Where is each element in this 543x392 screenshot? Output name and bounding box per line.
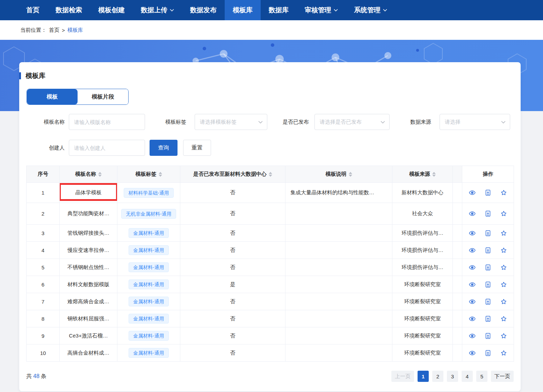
favorite-icon[interactable] xyxy=(500,281,507,288)
filler-cell xyxy=(453,327,462,344)
description-cell xyxy=(285,259,392,276)
breadcrumb-home-link[interactable]: 首页 xyxy=(49,27,59,34)
template-tag-cell: 金属材料-通用 xyxy=(117,327,180,344)
row-actions xyxy=(462,225,514,242)
tab-template[interactable]: 模板 xyxy=(27,89,78,104)
download-icon[interactable] xyxy=(485,281,491,288)
nav-item[interactable]: 数据检索 xyxy=(48,0,90,20)
published-cell: 否 xyxy=(180,310,285,327)
column-header[interactable]: 模板名称 xyxy=(60,166,117,183)
favorite-icon[interactable] xyxy=(500,315,507,322)
table-row: 3 管线钢焊接接头… 金属材料-通用 否 环境损伤评估与… xyxy=(27,225,514,242)
column-header[interactable]: 模板标签 xyxy=(117,166,180,183)
data-source-select[interactable]: 请选择 xyxy=(440,114,510,130)
view-icon[interactable] xyxy=(469,230,476,237)
prev-page-button[interactable]: 上一页 xyxy=(391,371,414,382)
breadcrumb-current: 模板库 xyxy=(67,27,83,34)
template-name-cell[interactable]: 难熔高熵合金成… xyxy=(60,293,117,310)
page-button-2[interactable]: 2 xyxy=(432,371,443,382)
download-icon[interactable] xyxy=(485,333,491,339)
favorite-icon[interactable] xyxy=(500,247,507,254)
nav-item[interactable]: 审核管理 xyxy=(297,0,346,20)
nav-item[interactable]: 系统管理 xyxy=(346,0,395,20)
view-icon[interactable] xyxy=(469,333,476,339)
template-name-cell[interactable]: 慢应变速率拉伸… xyxy=(60,242,117,259)
template-name-cell[interactable]: 钢铁材料屈服强… xyxy=(60,310,117,327)
published-cell: 否 xyxy=(180,259,285,276)
reset-button[interactable]: 重置 xyxy=(183,140,211,156)
row-actions xyxy=(462,242,514,259)
view-icon[interactable] xyxy=(469,210,476,217)
row-actions xyxy=(462,183,514,203)
nav-item[interactable]: 数据发布 xyxy=(182,0,225,20)
favorite-icon[interactable] xyxy=(500,210,507,217)
download-icon[interactable] xyxy=(485,210,491,217)
download-icon[interactable] xyxy=(485,189,491,196)
nav-item[interactable]: 模板库 xyxy=(225,0,261,20)
download-icon[interactable] xyxy=(485,230,491,237)
chevron-down-icon xyxy=(381,121,385,124)
column-header[interactable]: 模板来源 xyxy=(392,166,453,183)
view-icon[interactable] xyxy=(469,247,476,254)
row-actions xyxy=(462,276,514,293)
sort-caret-icon[interactable] xyxy=(98,172,102,177)
template-name-cell[interactable]: 晶体学模板 xyxy=(60,183,117,203)
template-name-input[interactable] xyxy=(69,114,145,130)
sort-caret-icon[interactable] xyxy=(432,172,436,177)
sort-caret-icon[interactable] xyxy=(349,172,352,177)
published-select[interactable]: 请选择是否已发布 xyxy=(314,114,390,130)
template-tag-cell: 金属材料-通用 xyxy=(117,293,180,310)
template-name-cell[interactable]: 材料文献数据模版 xyxy=(60,276,117,293)
total-count-number: 48 xyxy=(33,373,39,379)
view-icon[interactable] xyxy=(469,315,476,322)
favorite-icon[interactable] xyxy=(500,189,507,196)
search-button[interactable]: 查询 xyxy=(150,140,178,156)
download-icon[interactable] xyxy=(485,350,491,356)
download-icon[interactable] xyxy=(485,264,491,271)
download-icon[interactable] xyxy=(485,315,491,322)
view-icon[interactable] xyxy=(469,298,476,305)
view-icon[interactable] xyxy=(469,264,476,271)
creator-input[interactable] xyxy=(69,140,145,156)
tag-chip: 金属材料-通用 xyxy=(129,262,169,272)
template-name-cell[interactable]: 管线钢焊接接头… xyxy=(60,225,117,242)
page-button-3[interactable]: 3 xyxy=(447,371,458,382)
page-button-5[interactable]: 5 xyxy=(476,371,487,382)
nav-item[interactable]: 模板创建 xyxy=(90,0,133,20)
row-actions xyxy=(462,344,514,362)
page-button-4[interactable]: 4 xyxy=(462,371,473,382)
row-index: 9 xyxy=(27,327,60,344)
source-cell: 环境损伤评估与… xyxy=(392,225,453,242)
nav-item[interactable]: 首页 xyxy=(18,0,48,20)
download-icon[interactable] xyxy=(485,247,491,254)
template-name-cell[interactable]: 不锈钢耐点蚀性… xyxy=(60,259,117,276)
page-button-1[interactable]: 1 xyxy=(418,371,429,382)
template-tag-select[interactable]: 请选择模板标签 xyxy=(195,114,267,130)
sort-caret-icon[interactable] xyxy=(269,172,272,177)
column-header[interactable]: 模板说明 xyxy=(285,166,392,183)
tab-template-fragment[interactable]: 模板片段 xyxy=(78,89,128,104)
favorite-icon[interactable] xyxy=(500,298,507,305)
tab-group: 模板 模板片段 xyxy=(27,89,129,105)
nav-item[interactable]: 数据上传 xyxy=(133,0,182,20)
template-name-cell[interactable]: 典型功能陶瓷材… xyxy=(60,203,117,225)
favorite-icon[interactable] xyxy=(500,264,507,271)
view-icon[interactable] xyxy=(469,281,476,288)
nav-item-label: 数据上传 xyxy=(141,6,167,15)
favorite-icon[interactable] xyxy=(500,333,507,339)
column-header[interactable]: 是否已发布至新材料大数据中心 xyxy=(180,166,285,183)
download-icon[interactable] xyxy=(485,298,491,305)
next-page-button[interactable]: 下一页 xyxy=(491,371,514,382)
template-name-cell[interactable]: 高熵合金材料成… xyxy=(60,344,117,362)
nav-item[interactable]: 数据库 xyxy=(261,0,297,20)
favorite-icon[interactable] xyxy=(500,230,507,237)
view-icon[interactable] xyxy=(469,350,476,356)
view-icon[interactable] xyxy=(469,189,476,196)
row-index: 8 xyxy=(27,310,60,327)
favorite-icon[interactable] xyxy=(500,350,507,356)
sort-caret-icon[interactable] xyxy=(159,172,162,177)
row-actions xyxy=(462,203,514,225)
tag-chip: 金属材料-通用 xyxy=(129,331,169,341)
tag-chip: 金属材料-通用 xyxy=(129,348,169,358)
template-name-cell[interactable]: Ce3+激活石榴… xyxy=(60,327,117,344)
